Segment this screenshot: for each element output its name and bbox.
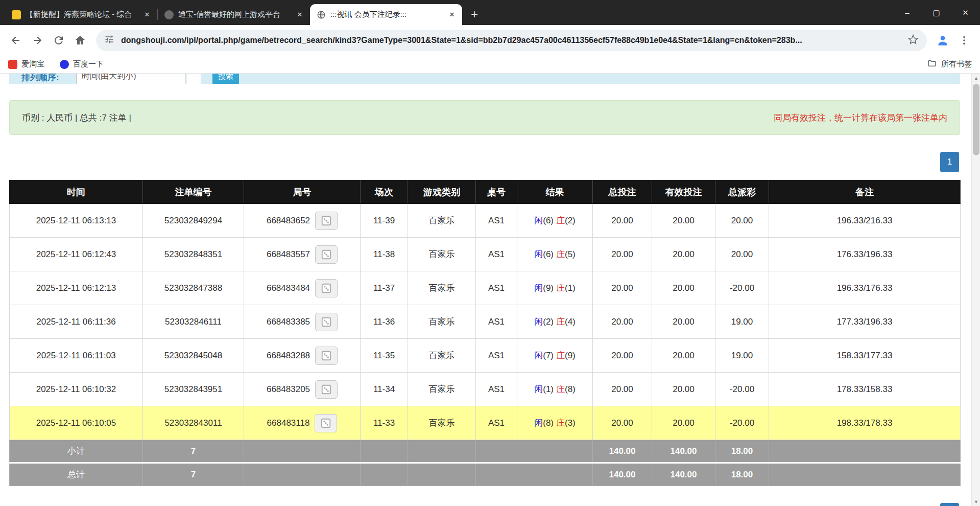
- scrollbar-down-arrow[interactable]: ▼: [972, 497, 980, 506]
- filter-mini-select[interactable]: [186, 74, 201, 84]
- total-total-bet: 140.00: [593, 463, 652, 486]
- bookmark-taobao[interactable]: 爱淘宝: [8, 59, 44, 69]
- round-number: 668483484: [267, 283, 310, 293]
- replay-button[interactable]: [315, 212, 338, 230]
- player-points: (2): [543, 317, 554, 327]
- reload-button[interactable]: [48, 30, 69, 51]
- total-count: 7: [143, 463, 244, 486]
- cell-valid-bet: 20.00: [652, 204, 715, 238]
- window-controls: – ▢ ✕: [893, 0, 980, 25]
- all-bookmarks-button[interactable]: 所有书签: [919, 58, 972, 71]
- pagination-bottom-partial[interactable]: [940, 503, 959, 506]
- replay-button[interactable]: [315, 279, 338, 297]
- close-button[interactable]: ✕: [951, 0, 980, 25]
- cell-valid-bet: 20.00: [652, 271, 715, 305]
- cell-total-bet[interactable]: 20.00: [593, 373, 652, 406]
- table-row: 2025-12-11 06:10:32 523032843951 6684832…: [10, 373, 961, 406]
- dice-icon: [321, 249, 332, 260]
- scrollbar-thumb[interactable]: [973, 84, 979, 155]
- replay-button[interactable]: [315, 414, 337, 432]
- browser-toolbar: dongshouji.com/ipl/portal.php/game/betre…: [0, 25, 980, 55]
- scrollbar-up-arrow[interactable]: ▲: [972, 74, 980, 82]
- sort-order-value: 时间(由大到小): [82, 74, 136, 82]
- tab-close-icon[interactable]: [142, 10, 152, 20]
- tab-bet-records-active[interactable]: :::视讯 会员下注纪录:::: [310, 4, 462, 25]
- player-result: 闲: [534, 351, 543, 360]
- cell-result: 闲(9)庄(1): [517, 271, 593, 305]
- replay-button[interactable]: [315, 347, 338, 365]
- cell-total-bet[interactable]: 20.00: [593, 339, 652, 373]
- all-bookmarks-label: 所有书签: [941, 59, 972, 69]
- home-button[interactable]: [69, 30, 91, 51]
- cell-game-type: 百家乐: [408, 271, 476, 305]
- empty-cell: [517, 440, 593, 463]
- cell-note: 196.33/216.33: [769, 204, 961, 238]
- cell-total-bet[interactable]: 20.00: [593, 271, 652, 305]
- forward-button[interactable]: [27, 30, 48, 51]
- bookmark-label: 爱淘宝: [21, 59, 44, 69]
- profile-avatar[interactable]: [932, 30, 953, 51]
- cell-total-bet[interactable]: 20.00: [593, 204, 652, 238]
- baidu-icon: [60, 60, 69, 69]
- cell-time: 2025-12-11 06:10:05: [10, 406, 143, 440]
- total-payout: 18.00: [715, 463, 769, 486]
- col-header-note: 备注: [769, 180, 961, 204]
- cell-total-bet[interactable]: 20.00: [593, 238, 652, 271]
- currency-total-text: 币别 : 人民币 | 总共 :7 注单 |: [22, 112, 131, 124]
- maximize-button[interactable]: ▢: [922, 0, 951, 25]
- banker-result: 庄: [556, 317, 565, 327]
- player-result: 闲: [534, 418, 543, 428]
- cell-table-no: AS1: [476, 305, 517, 339]
- empty-cell: [769, 463, 961, 486]
- cell-total-bet[interactable]: 20.00: [593, 305, 652, 339]
- menu-kebab-icon[interactable]: [953, 30, 975, 51]
- cell-payout: -20.00: [715, 271, 769, 305]
- page-1-button[interactable]: 1: [940, 152, 959, 172]
- tab-forum[interactable]: 【新提醒】海燕策略论坛 - 综合: [5, 4, 157, 25]
- table-row: 2025-12-11 06:11:03 523032845048 6684832…: [10, 339, 961, 373]
- cell-round-no: 668483652: [244, 204, 361, 238]
- tab-tongbao[interactable]: 通宝-信誉最好的网上游戏平台: [158, 4, 310, 25]
- cell-valid-bet: 20.00: [652, 406, 715, 440]
- empty-cell: [361, 463, 408, 486]
- banker-points: (4): [565, 317, 576, 327]
- bet-record-table: 时间 注单编号 局号 场次 游戏类别 桌号 结果 总投注 有效投注 总派彩 备注…: [9, 180, 961, 486]
- banker-points: (2): [565, 216, 576, 225]
- back-button[interactable]: [5, 30, 27, 51]
- cell-bet-no: 523032843011: [143, 406, 244, 440]
- sort-order-select[interactable]: 时间(由大到小): [76, 74, 185, 84]
- banker-result: 庄: [556, 384, 565, 394]
- table-row: 2025-12-11 06:13:13 523032849294 6684836…: [10, 204, 961, 238]
- cell-valid-bet: 20.00: [652, 339, 715, 373]
- cell-payout: 20.00: [715, 204, 769, 238]
- page-scrollbar[interactable]: ▲ ▼: [971, 74, 980, 506]
- banker-result: 庄: [556, 283, 565, 293]
- bookmark-star-icon[interactable]: [907, 34, 919, 47]
- new-tab-button[interactable]: +: [467, 7, 482, 22]
- player-points: (8): [543, 418, 554, 428]
- table-row: 2025-12-11 06:11:36 523032846111 6684833…: [10, 305, 961, 339]
- tab-favicon-forum-icon: [12, 10, 21, 19]
- subtotal-count: 7: [143, 440, 244, 463]
- url-text[interactable]: dongshouji.com/ipl/portal.php/game/betre…: [121, 36, 901, 45]
- replay-button[interactable]: [315, 313, 338, 331]
- bookmark-baidu[interactable]: 百度一下: [60, 59, 104, 69]
- tab-close-icon[interactable]: [447, 10, 457, 20]
- replay-button[interactable]: [315, 380, 338, 399]
- address-bar[interactable]: dongshouji.com/ipl/portal.php/game/betre…: [96, 30, 927, 51]
- col-header-session: 场次: [361, 180, 408, 204]
- search-button[interactable]: 搜索: [212, 74, 239, 84]
- player-points: (7): [543, 351, 554, 360]
- cell-total-bet[interactable]: 20.00: [593, 406, 652, 440]
- replay-button[interactable]: [315, 245, 338, 264]
- cell-payout: 19.00: [715, 339, 769, 373]
- tune-icon[interactable]: [104, 34, 114, 47]
- minimize-button[interactable]: –: [893, 0, 922, 25]
- dice-icon: [321, 316, 332, 328]
- banker-points: (5): [565, 249, 576, 259]
- player-result: 闲: [534, 249, 543, 259]
- tab-close-icon[interactable]: [295, 10, 305, 20]
- cell-result: 闲(6)庄(5): [517, 238, 593, 271]
- player-points: (6): [543, 249, 554, 259]
- cell-table-no: AS1: [476, 238, 517, 271]
